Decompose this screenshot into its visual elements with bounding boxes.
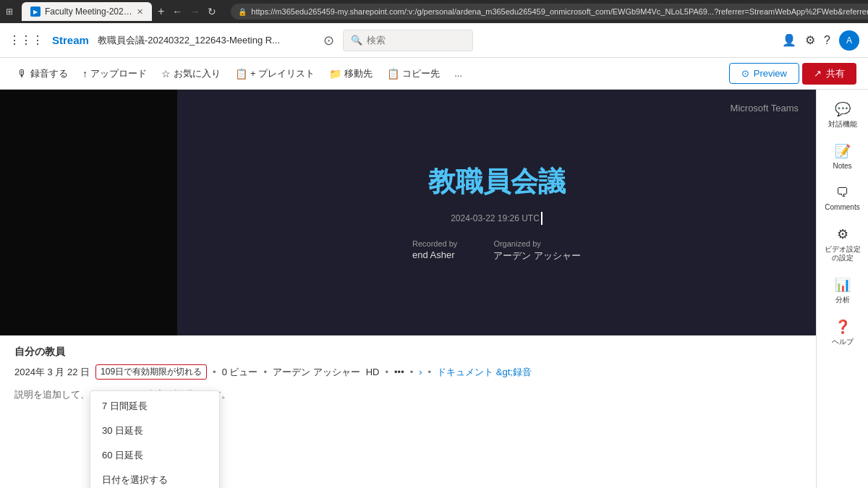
expiry-badge[interactable]: 109日で有効期限が切れる [95, 364, 207, 380]
url-text: https://m365edu265459-my.sharepoint.com/… [251, 7, 868, 16]
lock-icon: 🔒 [238, 8, 247, 16]
back-button[interactable]: ← [170, 6, 184, 17]
comments-icon: 🗨 [836, 185, 849, 200]
sidebar-help-button[interactable]: ❓ ヘルプ [820, 313, 866, 352]
tab-close-icon[interactable]: ✕ [137, 7, 143, 17]
header-right: 👤 ⚙ ? A [782, 30, 859, 51]
help-label: ヘルプ [832, 338, 854, 346]
extend-7-days[interactable]: 7 日間延長 [90, 394, 219, 419]
playlist-icon: 📋 [235, 68, 247, 80]
video-player[interactable]: Microsoft Teams 教職員会議 2024-03-22 19:26 U… [0, 90, 816, 335]
share-header-icon[interactable]: 👤 [782, 33, 796, 47]
avatar[interactable]: A [839, 30, 859, 51]
select-date[interactable]: 日付を選択する [90, 468, 219, 488]
browser-nav-controls: ← → ↻ [170, 6, 219, 17]
new-tab-button[interactable]: + [158, 5, 164, 18]
help-header-icon[interactable]: ? [824, 34, 830, 47]
sidebar-chat-button[interactable]: 💬 対話機能 [820, 95, 866, 134]
teams-label: Microsoft Teams [731, 103, 799, 114]
video-settings-label: ビデオ設定の設定 [825, 245, 861, 262]
arrow-button[interactable]: › [419, 367, 422, 377]
browser-chrome: ⊞ ▶ Faculty Meeting-20240322_122643-Meet… [0, 0, 868, 23]
notes-icon: 📝 [835, 143, 851, 159]
tab-favicon: ▶ [30, 7, 41, 17]
hd-badge: HD [366, 367, 380, 377]
organized-by-value: アーデン アッシャー [493, 249, 581, 262]
more-info-button[interactable]: ••• [394, 367, 404, 377]
upload-button[interactable]: ↑ アップロード [77, 64, 153, 83]
cursor-line [541, 212, 542, 225]
expiry-dropdown: 7 日間延長 30 日延長 60 日延長 日付を選択する 有効期限を削除する [90, 390, 220, 488]
app-header: ⋮⋮⋮ Stream 教職員会議-20240322_122643-Meeting… [0, 23, 868, 58]
notes-label: Notes [833, 162, 851, 171]
forward-button[interactable]: → [187, 6, 202, 17]
organized-by-label: Organized by [493, 239, 581, 248]
refresh-button[interactable]: ↻ [205, 6, 219, 17]
extend-60-days[interactable]: 60 日延長 [90, 443, 219, 468]
preview-icon: ⊙ [741, 68, 749, 79]
chat-label: 対話機能 [828, 120, 857, 129]
video-title: 教職員会議 [428, 163, 566, 200]
analytics-label: 分析 [835, 296, 850, 304]
record-button[interactable]: 🎙 録音する [12, 64, 74, 83]
views-count: 0 ビュー [222, 366, 258, 379]
sidebar-notes-button[interactable]: 📝 Notes [820, 137, 866, 176]
waffle-icon[interactable]: ⋮⋮⋮ [9, 33, 43, 47]
comments-label: Comments [825, 203, 859, 212]
favorite-button[interactable]: ☆ お気に入り [156, 64, 226, 83]
copy-icon: 📋 [387, 68, 399, 80]
video-date: 2024年 3 月 22 日 [14, 366, 90, 379]
search-input[interactable] [367, 35, 454, 46]
address-bar[interactable]: 🔒 https://m365edu265459-my.sharepoint.co… [231, 4, 868, 20]
video-settings-icon: ⚙ [837, 226, 848, 242]
preview-button[interactable]: ⊙ Preview [729, 63, 799, 84]
help-icon: ❓ [835, 319, 851, 335]
app-logo[interactable]: Stream [52, 34, 89, 46]
author-name: アーデン アッシャー [273, 366, 360, 379]
recorded-by-label: Recorded by [412, 239, 457, 248]
recorded-by-value: end Asher [412, 249, 457, 260]
favorite-icon: ☆ [161, 68, 171, 80]
chat-icon: 💬 [835, 101, 851, 117]
move-icon: 📁 [329, 68, 341, 80]
app-title: 教職員会議-20240322_122643-Meeting R... [98, 34, 315, 47]
extend-30-days[interactable]: 30 日延長 [90, 419, 219, 443]
search-icon: 🔍 [351, 35, 362, 46]
sidebar-analytics-button[interactable]: 📊 分析 [820, 271, 866, 310]
copy-button[interactable]: 📋 コピー先 [381, 64, 446, 83]
analytics-icon: 📊 [835, 277, 851, 293]
share-icon: ↗ [814, 68, 822, 79]
share-button[interactable]: ↗ 共有 [802, 63, 856, 85]
upload-icon: ↑ [82, 68, 88, 80]
sidebar-video-settings-button[interactable]: ⚙ ビデオ設定の設定 [820, 221, 866, 268]
playlist-button[interactable]: 📋 + プレイリスト [229, 64, 320, 83]
search-bar[interactable]: 🔍 [343, 30, 473, 51]
settings-icon[interactable]: ⚙ [805, 33, 815, 47]
section-title: 自分の教員 [14, 346, 801, 359]
right-sidebar: 💬 対話機能 📝 Notes 🗨 Comments ⚙ ビデオ設定の設定 📊 分… [816, 90, 868, 488]
record-icon: 🎙 [17, 68, 27, 80]
tab-title: Faculty Meeting-20240322_122643-Meeting … [45, 7, 132, 17]
more-toolbar-button[interactable]: ... [448, 65, 468, 82]
move-button[interactable]: 📁 移動先 [323, 64, 378, 83]
video-info-bar: 2024年 3 月 22 日 109日で有効期限が切れる • 0 ビュー • ア… [14, 364, 801, 380]
toolbar: 🎙 録音する ↑ アップロード ☆ お気に入り 📋 + プレイリスト 📁 移動先… [0, 58, 868, 90]
video-meta: Recorded by end Asher Organized by アーデン … [412, 239, 581, 262]
doc-link[interactable]: ドキュメント &gt;録音 [437, 366, 532, 379]
browser-tab[interactable]: ▶ Faculty Meeting-20240322_122643-Meetin… [22, 2, 152, 21]
sidebar-comments-button[interactable]: 🗨 Comments [820, 179, 866, 218]
video-timestamp: 2024-03-22 19:26 UTC [451, 213, 540, 223]
